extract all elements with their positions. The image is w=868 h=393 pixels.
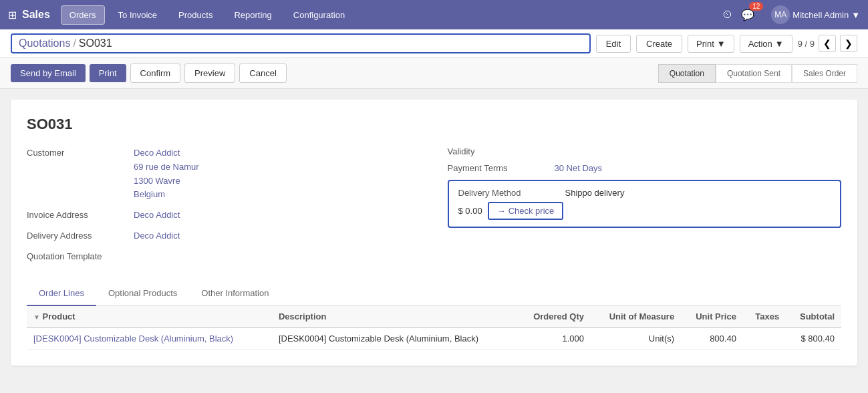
tab-optional-products[interactable]: Optional Products — [96, 281, 189, 306]
avatar: MA — [771, 5, 790, 24]
breadcrumb-parent[interactable]: Quotations — [19, 37, 70, 49]
col-ordered-qty: Ordered Qty — [517, 306, 591, 328]
cell-subtotal: $ 800.40 — [786, 328, 841, 350]
payment-terms-label: Payment Terms — [448, 163, 555, 173]
status-sales-order[interactable]: Sales Order — [792, 64, 857, 83]
order-lines-table: ▼ Product Description Ordered Qty Unit o… — [27, 306, 841, 350]
send-by-email-button[interactable]: Send by Email — [11, 64, 86, 82]
delivery-address-row: Delivery Address Deco Addict — [27, 229, 421, 243]
delivery-address-label: Delivery Address — [27, 229, 134, 241]
status-quotation-sent[interactable]: Quotation Sent — [716, 64, 792, 83]
nav-right: ⏲ 💬 12 MA Mitchell Admin ▼ — [722, 5, 860, 24]
col-taxes: Taxes — [743, 306, 786, 328]
cell-unit-of-measure: Unit(s) — [591, 328, 681, 350]
customer-label: Customer — [27, 146, 134, 158]
pagination-info: 9 / 9 — [798, 39, 815, 49]
pagination-next-button[interactable]: ❯ — [840, 35, 857, 52]
col-unit-of-measure: Unit of Measure — [591, 306, 681, 328]
nav-orders[interactable]: Orders — [61, 5, 105, 25]
breadcrumb-current: SO031 — [79, 37, 112, 49]
action-chevron-icon: ▼ — [775, 39, 784, 49]
table-header: ▼ Product Description Ordered Qty Unit o… — [27, 306, 841, 328]
validity-label: Validity — [448, 146, 555, 156]
delivery-price-row: $ 0.00 → Check price — [458, 202, 831, 220]
table-body: [DESK0004] Customizable Desk (Aluminium,… — [27, 328, 841, 350]
customer-country: Belgium — [134, 188, 421, 202]
delivery-method-name[interactable]: Shippo delivery — [565, 188, 625, 198]
app-name: Sales — [22, 9, 50, 21]
breadcrumb-separator: / — [73, 37, 76, 49]
grid-icon[interactable]: ⊞ — [8, 9, 17, 21]
customer-address1: 69 rue de Namur — [134, 160, 421, 174]
form-right: Validity Payment Terms 30 Net Days Deliv… — [448, 146, 842, 268]
user-name: Mitchell Admin — [792, 10, 849, 20]
print-button[interactable]: Print — [90, 64, 126, 82]
delivery-method-label: Delivery Method — [458, 188, 565, 198]
pagination: 9 / 9 ❮ ❯ — [798, 35, 857, 52]
nav-configuration[interactable]: Configuration — [285, 6, 353, 24]
user-menu[interactable]: MA Mitchell Admin ▼ — [771, 5, 860, 24]
col-subtotal: Subtotal — [786, 306, 841, 328]
form-left: Customer Deco Addict 69 rue de Namur 130… — [27, 146, 421, 268]
cell-ordered-qty: 1.000 — [517, 328, 591, 350]
customer-value: Deco Addict 69 rue de Namur 1300 Wavre B… — [134, 146, 421, 202]
toolbar-right: Print ▼ Action ▼ 9 / 9 ❮ ❯ — [688, 35, 857, 53]
cell-taxes — [743, 328, 786, 350]
print-chevron-icon: ▼ — [717, 39, 726, 49]
nav-logo[interactable]: ⊞ Sales — [8, 9, 50, 21]
validity-row: Validity — [448, 146, 842, 156]
print-dropdown-button[interactable]: Print ▼ — [688, 35, 734, 53]
sub-header: Quotations / SO031 Edit Create Print ▼ A… — [0, 29, 868, 58]
cell-description: [DESK0004] Customizable Desk (Aluminium,… — [272, 328, 517, 350]
tab-other-information[interactable]: Other Information — [189, 281, 281, 306]
invoice-address-row: Invoice Address Deco Addict — [27, 209, 421, 223]
quotation-template-label: Quotation Template — [27, 250, 134, 261]
form-card: SO031 Customer Deco Addict 69 rue de Nam… — [11, 100, 857, 366]
customer-name[interactable]: Deco Addict — [134, 146, 421, 160]
edit-button[interactable]: Edit — [596, 35, 631, 53]
payment-terms-value[interactable]: 30 Net Days — [555, 163, 603, 173]
customer-address2: 1300 Wavre — [134, 174, 421, 188]
confirm-button[interactable]: Confirm — [130, 63, 181, 83]
col-product: ▼ Product — [27, 306, 272, 328]
col-description: Description — [272, 306, 517, 328]
check-price-label: Check price — [509, 206, 555, 216]
table-row: [DESK0004] Customizable Desk (Aluminium,… — [27, 328, 841, 350]
user-dropdown-icon: ▼ — [851, 10, 860, 20]
tab-order-lines[interactable]: Order Lines — [27, 281, 96, 306]
cell-unit-price: 800.40 — [681, 328, 743, 350]
col-unit-price: Unit Price — [681, 306, 743, 328]
sort-icon: ▼ — [33, 313, 40, 321]
invoice-address-label: Invoice Address — [27, 209, 134, 220]
quotation-template-row: Quotation Template — [27, 250, 421, 261]
delivery-method-box: Delivery Method Shippo delivery $ 0.00 →… — [448, 180, 842, 228]
status-quotation[interactable]: Quotation — [658, 64, 716, 83]
main-content: SO031 Customer Deco Addict 69 rue de Nam… — [0, 89, 868, 376]
action-bar: Send by Email Print Confirm Preview Canc… — [0, 58, 868, 89]
pagination-prev-button[interactable]: ❮ — [819, 35, 836, 52]
check-price-arrow-icon: → — [497, 206, 506, 216]
invoice-address-value[interactable]: Deco Addict — [134, 209, 421, 223]
tabs-row: Order Lines Optional Products Other Info… — [27, 281, 841, 306]
delivery-price: $ 0.00 — [458, 206, 482, 216]
breadcrumb: Quotations / SO031 — [11, 33, 591, 53]
create-button[interactable]: Create — [636, 35, 682, 53]
form-body: Customer Deco Addict 69 rue de Namur 130… — [27, 146, 841, 268]
form-title: SO031 — [27, 116, 841, 133]
customer-row: Customer Deco Addict 69 rue de Namur 130… — [27, 146, 421, 202]
check-price-button[interactable]: → Check price — [488, 202, 564, 220]
nav-products[interactable]: Products — [170, 6, 221, 24]
status-bar: Quotation Quotation Sent Sales Order — [658, 64, 857, 83]
nav-to-invoice[interactable]: To Invoice — [110, 6, 166, 24]
clock-icon[interactable]: ⏲ — [722, 9, 733, 21]
payment-terms-row: Payment Terms 30 Net Days — [448, 163, 842, 173]
cancel-button[interactable]: Cancel — [239, 63, 286, 83]
cell-product: [DESK0004] Customizable Desk (Aluminium,… — [27, 328, 272, 350]
delivery-address-value[interactable]: Deco Addict — [134, 229, 421, 243]
product-link[interactable]: [DESK0004] Customizable Desk (Aluminium,… — [33, 334, 233, 344]
action-dropdown-button[interactable]: Action ▼ — [740, 35, 792, 53]
chat-badge: 12 — [749, 2, 763, 11]
nav-reporting[interactable]: Reporting — [226, 6, 279, 24]
preview-button[interactable]: Preview — [184, 63, 235, 83]
top-navigation: ⊞ Sales Orders To Invoice Products Repor… — [0, 0, 868, 29]
